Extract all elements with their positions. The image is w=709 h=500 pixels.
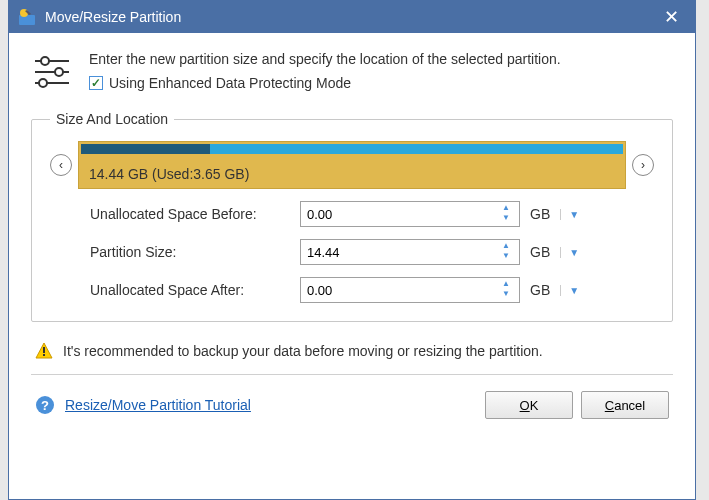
svg-rect-0 xyxy=(19,15,35,25)
unit-dropdown-icon[interactable]: ▼ xyxy=(560,209,579,220)
partition-size-value: 14.44 xyxy=(307,245,340,260)
checkbox-label: Using Enhanced Data Protecting Mode xyxy=(109,75,351,91)
close-button[interactable]: ✕ xyxy=(655,1,687,33)
fieldset-legend: Size And Location xyxy=(50,111,174,127)
spinner-down-icon[interactable]: ▼ xyxy=(499,252,513,262)
unallocated-after-label: Unallocated Space After: xyxy=(90,282,300,298)
dialog-window: Move/Resize Partition ✕ Enter the new pa… xyxy=(8,0,696,500)
svg-point-7 xyxy=(39,79,47,87)
warning-row: It's recommended to backup your data bef… xyxy=(31,334,673,375)
svg-rect-8 xyxy=(43,347,45,353)
spinner-down-icon[interactable]: ▼ xyxy=(499,214,513,224)
spinner-down-icon[interactable]: ▼ xyxy=(499,290,513,300)
partition-used-segment xyxy=(81,144,212,154)
tutorial-link[interactable]: Resize/Move Partition Tutorial xyxy=(65,397,251,413)
unallocated-after-input[interactable]: 0.00 ▲ ▼ xyxy=(300,277,520,303)
svg-text:?: ? xyxy=(41,398,49,413)
sliders-icon xyxy=(31,51,73,93)
header-text-block: Enter the new partition size and specify… xyxy=(89,51,561,91)
move-right-button[interactable]: › xyxy=(632,154,654,176)
move-left-button[interactable]: ‹ xyxy=(50,154,72,176)
titlebar: Move/Resize Partition ✕ xyxy=(9,1,695,33)
partition-visual-row: ‹ 14.44 GB (Used:3.65 GB) › xyxy=(50,141,654,189)
partition-free-segment xyxy=(210,144,623,154)
unallocated-after-row: Unallocated Space After: 0.00 ▲ ▼ GB ▼ xyxy=(50,277,654,303)
partition-app-icon xyxy=(17,7,37,27)
cancel-button[interactable]: Cancel xyxy=(581,391,669,419)
partition-size-input[interactable]: 14.44 ▲ ▼ xyxy=(300,239,520,265)
spinner[interactable]: ▲ ▼ xyxy=(499,242,513,262)
checkbox-icon[interactable]: ✓ xyxy=(89,76,103,90)
unallocated-before-row: Unallocated Space Before: 0.00 ▲ ▼ GB ▼ xyxy=(50,201,654,227)
titlebar-title: Move/Resize Partition xyxy=(45,9,655,25)
warning-text: It's recommended to backup your data bef… xyxy=(63,343,543,359)
instruction-text: Enter the new partition size and specify… xyxy=(89,51,561,67)
unit-dropdown-icon[interactable]: ▼ xyxy=(560,247,579,258)
svg-point-5 xyxy=(55,68,63,76)
partition-size-row: Partition Size: 14.44 ▲ ▼ GB ▼ xyxy=(50,239,654,265)
unallocated-before-input[interactable]: 0.00 ▲ ▼ xyxy=(300,201,520,227)
unallocated-before-value: 0.00 xyxy=(307,207,332,222)
unit-label: GB xyxy=(530,244,550,260)
partition-bar[interactable]: 14.44 GB (Used:3.65 GB) xyxy=(78,141,626,189)
warning-icon xyxy=(35,342,53,360)
unit-dropdown-icon[interactable]: ▼ xyxy=(560,285,579,296)
partition-size-label: Partition Size: xyxy=(90,244,300,260)
svg-rect-9 xyxy=(43,354,45,356)
partition-bar-label: 14.44 GB (Used:3.65 GB) xyxy=(89,166,249,182)
size-location-fieldset: Size And Location ‹ 14.44 GB (Used:3.65 … xyxy=(31,111,673,322)
footer: ? Resize/Move Partition Tutorial OK Canc… xyxy=(31,375,673,427)
spinner[interactable]: ▲ ▼ xyxy=(499,280,513,300)
unit-label: GB xyxy=(530,206,550,222)
unallocated-after-value: 0.00 xyxy=(307,283,332,298)
svg-point-3 xyxy=(41,57,49,65)
unit-label: GB xyxy=(530,282,550,298)
enhanced-mode-checkbox-row[interactable]: ✓ Using Enhanced Data Protecting Mode xyxy=(89,75,561,91)
header-row: Enter the new partition size and specify… xyxy=(31,51,673,93)
dialog-content: Enter the new partition size and specify… xyxy=(9,33,695,439)
spinner[interactable]: ▲ ▼ xyxy=(499,204,513,224)
help-icon: ? xyxy=(35,395,55,415)
unallocated-before-label: Unallocated Space Before: xyxy=(90,206,300,222)
ok-button[interactable]: OK xyxy=(485,391,573,419)
